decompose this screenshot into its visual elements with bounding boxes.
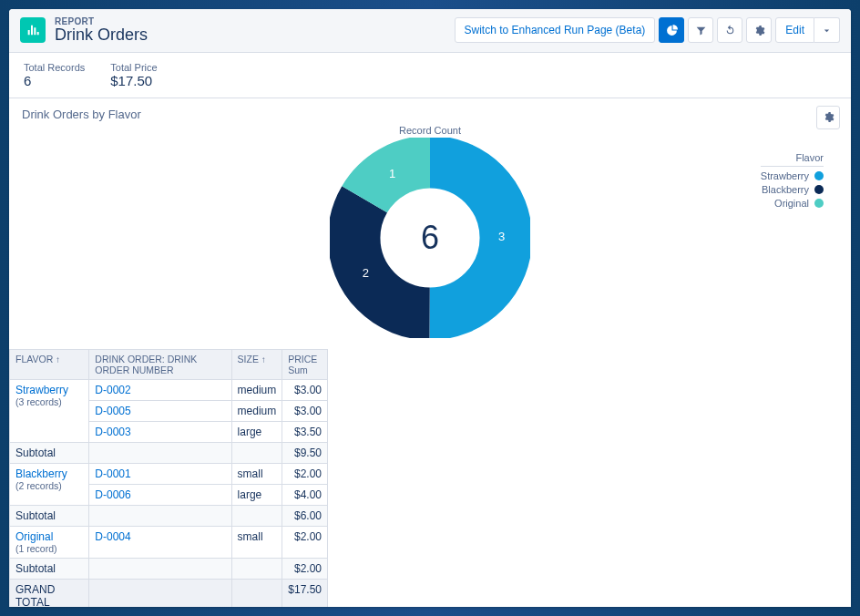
summary-bar: Total Records 6 Total Price $17.50 <box>9 52 851 98</box>
settings-button[interactable] <box>746 17 772 43</box>
metric-total-price: Total Price $17.50 <box>110 62 157 88</box>
legend-label: Blackberry <box>762 184 809 195</box>
metric-value: 6 <box>24 73 85 88</box>
cell-size: small <box>231 463 282 484</box>
legend-item[interactable]: Strawberry <box>761 170 824 181</box>
refresh-button[interactable] <box>717 17 742 43</box>
table-row: Original(1 record)D-0004small$2.00 <box>10 526 328 558</box>
order-link[interactable]: D-0001 <box>95 467 130 480</box>
metric-label: Total Price <box>110 62 157 73</box>
metric-label: Total Records <box>24 62 85 73</box>
flavor-count: (1 record) <box>15 543 83 554</box>
order-link[interactable]: D-0004 <box>95 530 130 543</box>
order-link[interactable]: D-0005 <box>95 405 130 417</box>
cell-price: $2.00 <box>282 526 328 558</box>
flavor-link[interactable]: Strawberry <box>15 384 68 396</box>
chart-subtitle: Record Count <box>399 125 461 136</box>
legend-swatch <box>814 171 824 180</box>
table-row: Strawberry(3 records)D-0002medium$3.00 <box>10 379 328 400</box>
subtotal-row: Subtotal$2.00 <box>10 558 328 579</box>
order-link[interactable]: D-0003 <box>95 426 130 438</box>
cell-size: large <box>231 484 282 505</box>
table-row: Blackberry(2 records)D-0001small$2.00 <box>10 463 328 484</box>
legend-label: Original <box>774 198 809 209</box>
page-title: Drink Orders <box>55 26 148 45</box>
switch-enhanced-button[interactable]: Switch to Enhanced Run Page (Beta) <box>455 17 656 43</box>
col-flavor[interactable]: FLAVOR <box>10 349 89 379</box>
edit-dropdown-button[interactable] <box>814 17 840 43</box>
metric-total-records: Total Records 6 <box>24 62 85 88</box>
flavor-link[interactable]: Original <box>15 530 53 543</box>
donut-slice-label: 1 <box>389 167 395 180</box>
toggle-chart-button[interactable] <box>659 17 684 43</box>
legend-item[interactable]: Original <box>761 198 824 209</box>
cell-size: medium <box>231 400 282 421</box>
legend-item[interactable]: Blackberry <box>761 184 824 195</box>
cell-size: small <box>231 526 282 558</box>
report-header: REPORT Drink Orders Switch to Enhanced R… <box>9 9 851 52</box>
col-price[interactable]: PRICE Sum <box>282 349 328 379</box>
grand-total-row: GRAND TOTAL(6 RECORDS)$17.50 <box>10 579 328 607</box>
legend-title: Flavor <box>761 152 824 167</box>
cell-price: $3.50 <box>282 421 328 442</box>
subtotal-row: Subtotal$9.50 <box>10 442 328 463</box>
flavor-link[interactable]: Blackberry <box>15 467 67 480</box>
edit-button[interactable]: Edit <box>775 17 814 43</box>
cell-price: $3.00 <box>282 400 328 421</box>
legend-swatch <box>814 199 824 208</box>
chart-title: Drink Orders by Flavor <box>22 108 838 121</box>
col-order[interactable]: DRINK ORDER: DRINK ORDER NUMBER <box>89 349 231 379</box>
report-table: FLAVOR DRINK ORDER: DRINK ORDER NUMBER S… <box>9 349 328 607</box>
chart-legend: Flavor StrawberryBlackberryOriginal <box>761 152 824 211</box>
cell-price: $4.00 <box>282 484 328 505</box>
donut-slice-label: 3 <box>498 230 505 243</box>
order-link[interactable]: D-0002 <box>95 384 130 396</box>
subtotal-row: Subtotal$6.00 <box>10 505 328 526</box>
flavor-count: (2 records) <box>15 480 83 491</box>
donut-slice-label: 2 <box>363 266 369 280</box>
cell-size: medium <box>231 379 282 400</box>
legend-label: Strawberry <box>761 170 809 181</box>
order-link[interactable]: D-0006 <box>95 488 130 501</box>
flavor-count: (3 records) <box>15 396 83 407</box>
report-icon <box>20 17 46 43</box>
col-size[interactable]: SIZE <box>231 349 282 379</box>
cell-size: large <box>231 421 282 442</box>
metric-value: $17.50 <box>110 73 157 88</box>
donut-chart: 6 321 <box>330 138 530 338</box>
legend-swatch <box>814 185 824 194</box>
cell-price: $2.00 <box>282 463 328 484</box>
filter-button[interactable] <box>688 17 713 43</box>
cell-price: $3.00 <box>282 379 328 400</box>
chart-card: Drink Orders by Flavor Record Count 6 32… <box>9 98 851 344</box>
